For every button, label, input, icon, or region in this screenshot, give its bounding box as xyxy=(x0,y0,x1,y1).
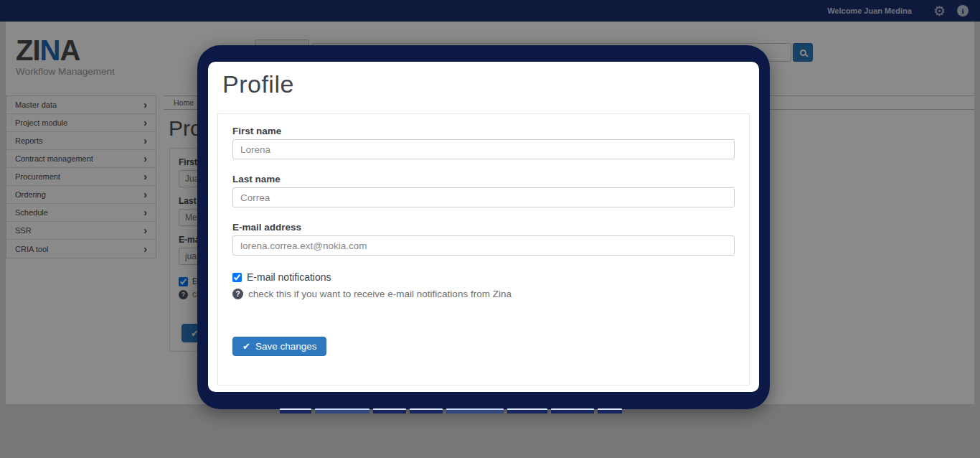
check-icon: ✔ xyxy=(242,342,250,351)
email-notifications-label: E-mail notifications xyxy=(247,271,331,283)
last-name-label: Last name xyxy=(232,174,735,184)
question-circle-icon: ? xyxy=(232,289,243,299)
save-changes-button[interactable]: ✔ Save changes xyxy=(232,337,326,356)
notifications-help-text: check this if you want to receive e-mail… xyxy=(248,289,512,299)
profile-form-panel: First name Last name E-mail address E-ma… xyxy=(217,113,750,385)
first-name-label: First name xyxy=(232,126,735,136)
first-name-field[interactable] xyxy=(232,139,735,159)
email-notifications-checkbox[interactable] xyxy=(232,273,242,282)
screen: Welcome Juan Medina ⚙ i ZINA Workflow Ma… xyxy=(0,0,980,458)
last-name-field[interactable] xyxy=(232,187,735,207)
background-buttons-sliver xyxy=(280,408,622,413)
modal-title: Profile xyxy=(222,70,294,98)
save-changes-label: Save changes xyxy=(255,341,317,352)
profile-modal: Profile First name Last name E-mail addr… xyxy=(208,62,759,392)
profile-modal-frame: Profile First name Last name E-mail addr… xyxy=(197,45,770,409)
email-label: E-mail address xyxy=(232,222,735,233)
email-field[interactable] xyxy=(232,235,735,256)
